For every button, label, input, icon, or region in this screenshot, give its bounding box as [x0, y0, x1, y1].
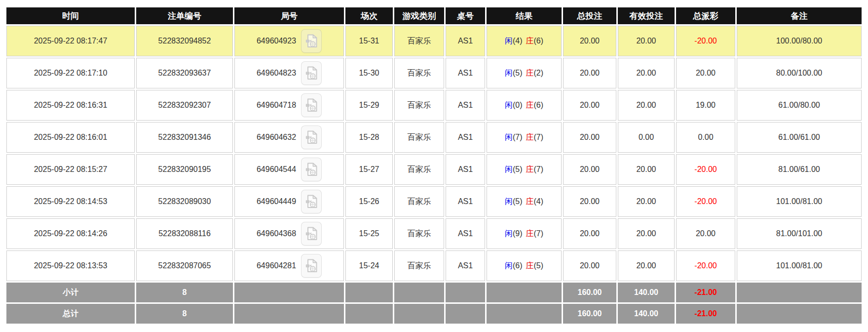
cell-bet-id: 522832094852: [136, 26, 233, 56]
column-header-result: 结果: [487, 7, 562, 24]
cell-bet-id: 522832088116: [136, 218, 233, 249]
banker-result-value: (6): [534, 37, 544, 45]
column-header-valid-bet: 有效投注: [618, 7, 675, 24]
cell-time: 2025-09-22 08:13:53: [6, 250, 135, 281]
cell-round: 649604449: [234, 186, 344, 217]
cell-empty: [394, 283, 444, 302]
cell-payout: 20.00: [676, 218, 735, 249]
cell-session: 15-24: [345, 250, 393, 281]
banker-result-value: (7): [534, 165, 544, 173]
cell-valid-bet: 20.00: [618, 218, 675, 249]
video-file-icon: [305, 227, 317, 241]
cell-table-no: AS1: [446, 90, 485, 121]
banker-result-value: (7): [534, 133, 544, 141]
cell-table-no: AS1: [446, 58, 485, 88]
round-id-group: 649604368: [237, 222, 341, 246]
banker-result-label: 庄: [526, 101, 534, 109]
bet-record-row: 2025-09-22 08:17:10 522832093637 6496048…: [6, 58, 862, 88]
round-video-button[interactable]: [301, 29, 322, 53]
video-file-icon: [305, 130, 317, 144]
cell-time: 2025-09-22 08:15:27: [6, 154, 135, 185]
banker-result-label: 庄: [526, 69, 534, 77]
cell-valid-bet: 20.00: [618, 26, 675, 56]
total-count: 8: [136, 304, 233, 324]
round-video-button[interactable]: [301, 222, 322, 246]
subtotal-label: 小计: [6, 283, 135, 302]
cell-round: 649604368: [234, 218, 344, 249]
cell-total-bet: 20.00: [563, 186, 616, 217]
subtotal-count: 8: [136, 283, 233, 302]
cell-remark: 101.00/81.00: [737, 250, 862, 281]
cell-game-type: 百家乐: [394, 26, 444, 56]
cell-session: 15-25: [345, 218, 393, 249]
round-video-button[interactable]: [301, 254, 322, 278]
video-file-icon: [305, 98, 317, 112]
bet-records-table: 时间 注单编号 局号 场次 游戏类别 桌号 结果 总投注 有效投注 总派彩 备注…: [5, 6, 863, 325]
player-result-value: (7): [513, 133, 523, 141]
player-result-label: 闲: [505, 165, 513, 173]
cell-round: 649604632: [234, 122, 344, 153]
cell-payout: -20.00: [676, 186, 735, 217]
round-id-group: 649604544: [237, 158, 341, 181]
cell-round: 649604281: [234, 250, 344, 281]
video-file-icon: [305, 259, 317, 273]
cell-remark: 81.00/61.00: [737, 154, 862, 185]
cell-time: 2025-09-22 08:17:47: [6, 26, 135, 56]
bet-record-row: 2025-09-22 08:14:26 522832088116 6496043…: [6, 218, 862, 249]
cell-game-type: 百家乐: [394, 90, 444, 121]
cell-table-no: AS1: [446, 186, 485, 217]
bet-records-page: 时间 注单编号 局号 场次 游戏类别 桌号 结果 总投注 有效投注 总派彩 备注…: [0, 0, 868, 332]
cell-empty: [345, 283, 393, 302]
player-result-label: 闲: [505, 197, 513, 206]
column-header-payout: 总派彩: [676, 7, 735, 24]
subtotal-row: 小计 8 160.00 140.00 -21.00: [6, 283, 862, 302]
round-id: 649604718: [257, 101, 296, 110]
cell-table-no: AS1: [446, 154, 485, 185]
round-id: 649604544: [257, 165, 296, 174]
cell-time: 2025-09-22 08:17:10: [6, 58, 135, 88]
cell-bet-id: 522832089030: [136, 186, 233, 217]
cell-time: 2025-09-22 08:16:31: [6, 90, 135, 121]
cell-round: 649604544: [234, 154, 344, 185]
round-video-button[interactable]: [301, 158, 322, 181]
cell-empty: [345, 304, 393, 324]
subtotal-payout: -21.00: [676, 283, 735, 302]
cell-payout: 0.00: [676, 122, 735, 153]
cell-round: 649604823: [234, 58, 344, 88]
cell-result: 闲(5)庄(2): [487, 58, 562, 88]
round-id: 649604368: [257, 229, 296, 238]
round-video-button[interactable]: [301, 125, 322, 149]
cell-valid-bet: 20.00: [618, 58, 675, 88]
column-header-round: 局号: [234, 7, 344, 24]
bet-record-row: 2025-09-22 08:17:47 522832094852 6496049…: [6, 26, 862, 56]
player-result-value: (5): [513, 69, 523, 77]
cell-game-type: 百家乐: [394, 218, 444, 249]
cell-round: 649604718: [234, 90, 344, 121]
banker-result-label: 庄: [526, 261, 534, 270]
player-result-value: (5): [513, 165, 523, 173]
round-video-button[interactable]: [301, 61, 322, 85]
cell-round: 649604923: [234, 26, 344, 56]
cell-empty: [446, 283, 485, 302]
round-video-button[interactable]: [301, 93, 322, 117]
bet-record-row: 2025-09-22 08:15:27 522832090195 6496045…: [6, 154, 862, 185]
round-id: 649604823: [257, 69, 296, 78]
player-result-label: 闲: [505, 101, 513, 109]
cell-result: 闲(5)庄(4): [487, 186, 562, 217]
cell-empty: [234, 304, 344, 324]
player-result-label: 闲: [505, 229, 513, 238]
total-payout: -21.00: [676, 304, 735, 324]
round-video-button[interactable]: [301, 190, 322, 213]
round-id-group: 649604718: [237, 93, 341, 117]
banker-result-value: (6): [534, 101, 544, 109]
cell-session: 15-31: [345, 26, 393, 56]
cell-time: 2025-09-22 08:16:01: [6, 122, 135, 153]
header-row: 时间 注单编号 局号 场次 游戏类别 桌号 结果 总投注 有效投注 总派彩 备注: [6, 7, 862, 24]
cell-payout: 19.00: [676, 90, 735, 121]
cell-bet-id: 522832087065: [136, 250, 233, 281]
cell-empty: [394, 304, 444, 324]
cell-bet-id: 522832093637: [136, 58, 233, 88]
subtotal-total-bet: 160.00: [563, 283, 616, 302]
cell-valid-bet: 20.00: [618, 90, 675, 121]
cell-time: 2025-09-22 08:14:53: [6, 186, 135, 217]
